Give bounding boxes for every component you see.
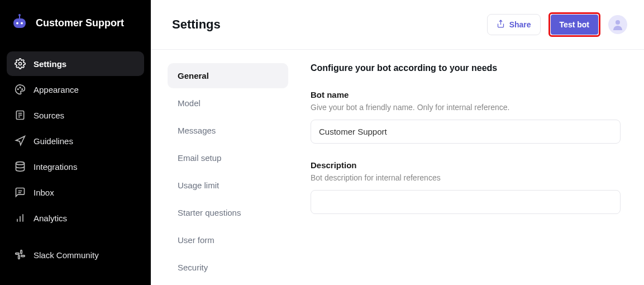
share-icon <box>497 20 505 30</box>
svg-rect-2 <box>13 18 26 28</box>
sidebar: Customer Support Settings Appearance Sou… <box>0 0 151 285</box>
svg-marker-13 <box>16 136 25 145</box>
chart-icon <box>15 212 26 224</box>
subnav-item-email-setup[interactable]: Email setup <box>168 145 288 170</box>
gear-icon <box>15 58 26 69</box>
sidebar-item-label: Integrations <box>34 162 77 172</box>
subnav-item-user-form[interactable]: User form <box>168 227 288 253</box>
svg-point-5 <box>19 63 22 65</box>
field-bot-name: Bot name Give your bot a friendly name. … <box>311 90 621 144</box>
description-input[interactable] <box>311 190 621 214</box>
database-icon <box>15 161 26 172</box>
sidebar-item-label: Inbox <box>34 188 54 197</box>
section-heading: Configure your bot according to your nee… <box>311 63 621 73</box>
content: General Model Messages Email setup Usage… <box>151 50 644 285</box>
svg-point-8 <box>22 89 23 90</box>
sidebar-item-settings[interactable]: Settings <box>7 51 144 76</box>
field-description: Description Bot description for internal… <box>311 160 621 214</box>
subnav-item-security[interactable]: Security <box>168 255 288 280</box>
sidebar-item-sources[interactable]: Sources <box>7 103 144 127</box>
bot-name-label: Bot name <box>311 90 621 99</box>
user-icon <box>611 18 624 31</box>
sidebar-item-guidelines[interactable]: Guidelines <box>7 129 144 153</box>
share-button-label: Share <box>509 20 531 29</box>
description-help: Bot description for internal references <box>311 173 621 182</box>
topbar-actions: Share Test bot <box>487 12 627 37</box>
sidebar-item-label: Sources <box>34 111 64 120</box>
svg-rect-23 <box>21 255 25 257</box>
message-icon <box>15 187 26 198</box>
settings-subnav: General Model Messages Email setup Usage… <box>168 63 288 285</box>
slack-icon <box>15 249 26 260</box>
sidebar-item-label: Guidelines <box>34 136 73 146</box>
topbar: Settings Share Test bot <box>151 0 644 50</box>
sidebar-item-slack-community[interactable]: Slack Community <box>7 243 144 267</box>
sidebar-item-analytics[interactable]: Analytics <box>7 206 144 230</box>
avatar[interactable] <box>608 15 627 34</box>
share-button[interactable]: Share <box>487 14 541 35</box>
main: Settings Share Test bot General <box>151 0 644 285</box>
test-bot-highlight: Test bot <box>548 12 600 37</box>
palette-icon <box>15 84 26 95</box>
description-label: Description <box>311 160 621 170</box>
bot-name-help: Give your bot a friendly name. Only for … <box>311 103 621 112</box>
sidebar-item-label: Analytics <box>34 213 67 223</box>
subnav-item-model[interactable]: Model <box>168 91 288 116</box>
subnav-item-general[interactable]: General <box>168 63 288 88</box>
sidebar-item-label: Appearance <box>34 85 79 94</box>
sidebar-item-inbox[interactable]: Inbox <box>7 180 144 205</box>
subnav-item-usage-limit[interactable]: Usage limit <box>168 173 288 198</box>
test-bot-button[interactable]: Test bot <box>551 15 598 35</box>
subnav-item-starter-questions[interactable]: Starter questions <box>168 200 288 225</box>
svg-point-7 <box>20 87 21 88</box>
nav-divider <box>7 231 144 241</box>
svg-point-14 <box>16 162 25 165</box>
sidebar-item-appearance[interactable]: Appearance <box>7 77 144 102</box>
subnav-item-messages[interactable]: Messages <box>168 118 288 143</box>
document-icon <box>15 110 26 121</box>
primary-nav: Settings Appearance Sources Guidelines <box>0 46 151 273</box>
svg-rect-20 <box>21 250 22 254</box>
bot-name-input[interactable] <box>311 120 621 144</box>
brand[interactable]: Customer Support <box>0 0 151 46</box>
form-area: Configure your bot according to your nee… <box>311 63 627 285</box>
sidebar-item-label: Settings <box>34 59 66 69</box>
bot-logo-icon <box>10 12 29 34</box>
svg-point-6 <box>17 89 18 90</box>
navigation-icon <box>15 135 26 146</box>
svg-rect-1 <box>19 16 20 18</box>
sidebar-item-integrations[interactable]: Integrations <box>7 154 144 179</box>
svg-point-25 <box>616 20 620 25</box>
svg-rect-21 <box>18 255 20 259</box>
page-title: Settings <box>172 17 221 32</box>
svg-rect-22 <box>16 253 20 255</box>
sidebar-item-label: Slack Community <box>34 250 99 260</box>
svg-point-3 <box>16 22 18 25</box>
svg-point-4 <box>21 22 23 25</box>
brand-name: Customer Support <box>36 17 124 29</box>
